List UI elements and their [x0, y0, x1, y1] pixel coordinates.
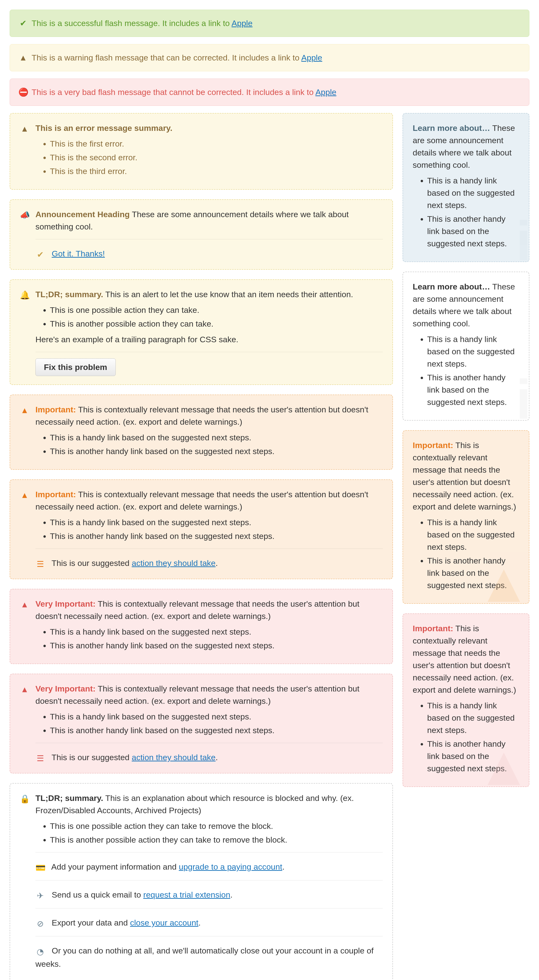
side-item: This is a handy link based on the sugges…: [427, 175, 519, 212]
error-item: This is the third error.: [50, 165, 383, 177]
alert-trailing: Here's an example of a trailing paragrap…: [35, 333, 383, 346]
email-pre: Send us a quick email to: [52, 890, 143, 899]
side-item: This is another handy link based on the …: [427, 213, 519, 250]
export-pre: Export your data and: [52, 918, 130, 927]
important-card-with-action: ▲ Important: This is contextually releva…: [10, 479, 393, 579]
very-important-label: Very Important:: [35, 684, 95, 693]
very-important-item: This is a handy link based on the sugges…: [50, 711, 383, 723]
flash-success: ✔ This is a successful flash message. It…: [10, 10, 529, 37]
side-important-label: Important:: [413, 441, 453, 450]
important-text: This is contextually relevant message th…: [35, 490, 368, 511]
important-item: This is another handy link based on the …: [50, 445, 383, 457]
side-item: This is a handy link based on the sugges…: [427, 333, 519, 370]
side-learn-more-grey: i Learn more about… These are some annou…: [402, 272, 529, 421]
warning-icon: ▲: [20, 404, 29, 417]
side-item: This is a handy link based on the sugges…: [427, 516, 519, 553]
error-summary-card: ▲ This is an error message summary. This…: [10, 113, 393, 190]
important-label: Important:: [35, 405, 76, 414]
card-icon: 💳: [35, 862, 45, 874]
flash-success-text: This is a successful flash message. It i…: [32, 19, 232, 28]
side-item: This is a handy link based on the sugges…: [427, 700, 519, 736]
very-important-item: This is another handy link based on the …: [50, 640, 383, 652]
alert-text: This is an alert to let the use know tha…: [105, 290, 353, 299]
speaker-icon: 📣: [20, 209, 29, 221]
flash-error: ⛔ This is a very bad flash message that …: [10, 79, 529, 106]
important-label: Important:: [35, 490, 76, 499]
alert-item: This is another possible action they can…: [50, 318, 383, 330]
side-important-label: Important:: [413, 624, 453, 633]
pay-pre: Add your payment information and: [51, 862, 179, 871]
flash-success-link[interactable]: Apple: [232, 19, 253, 28]
action-suffix: .: [216, 558, 218, 568]
locked-item: This is one possible action they can tak…: [50, 820, 383, 832]
important-item: This is a handy link based on the sugges…: [50, 516, 383, 528]
side-very-important: ▲ Important: This is contextually releva…: [402, 613, 529, 787]
alert-item: This is one possible action they can tak…: [50, 304, 383, 316]
error-summary: This is an error message summary.: [35, 123, 172, 132]
action-link[interactable]: action they should take: [132, 558, 216, 568]
nothing-text: Or you can do nothing at all, and we'll …: [35, 946, 374, 969]
announcement-card: 📣 Announcement Heading These are some an…: [10, 199, 393, 270]
warning-icon: ▲: [20, 489, 29, 501]
error-item: This is the first error.: [50, 138, 383, 150]
action-link[interactable]: action they should take: [132, 753, 216, 762]
side-item: This is another handy link based on the …: [427, 371, 519, 408]
clock-icon: ◔: [35, 945, 45, 958]
action-prefix: This is our suggested: [52, 558, 132, 568]
error-item: This is the second error.: [50, 151, 383, 164]
side-heading: Learn more about…: [413, 282, 490, 291]
flash-error-text: This is a very bad flash message that ca…: [32, 88, 315, 97]
flash-warning-text: This is a warning flash message that can…: [32, 53, 301, 62]
flash-warning: ▲ This is a warning flash message that c…: [10, 44, 529, 72]
close-account-link[interactable]: close your account: [130, 918, 199, 927]
flash-warning-link[interactable]: Apple: [301, 53, 322, 62]
warning-icon: ▲: [20, 598, 29, 611]
important-card: ▲ Important: This is contextually releva…: [10, 395, 393, 470]
plane-icon: ✈: [35, 889, 45, 902]
list-icon: ☰: [35, 558, 45, 570]
very-important-item: This is a handy link based on the sugges…: [50, 626, 383, 638]
side-important: ▲ Important: This is contextually releva…: [402, 430, 529, 604]
lock-icon: 🔒: [20, 793, 29, 805]
side-item: This is another handy link based on the …: [427, 738, 519, 775]
check-icon: ✔: [18, 17, 28, 29]
fix-problem-button[interactable]: Fix this problem: [35, 358, 116, 376]
side-heading: Learn more about…: [413, 123, 490, 132]
side-important-text: This is contextually relevant message th…: [413, 624, 516, 694]
important-item: This is a handy link based on the sugges…: [50, 431, 383, 444]
pay-post: .: [282, 862, 285, 871]
email-post: .: [230, 890, 232, 899]
action-suffix: .: [216, 753, 218, 762]
action-prefix: This is our suggested: [52, 753, 132, 762]
alert-summary: TL;DR; summary.: [35, 290, 103, 299]
export-post: .: [199, 918, 200, 927]
alert-card: 🔔 TL;DR; summary. This is an alert to le…: [10, 279, 393, 385]
list-icon: ☰: [35, 752, 45, 765]
trial-extension-link[interactable]: request a trial extension: [143, 890, 230, 899]
bell-icon: 🔔: [20, 289, 29, 301]
warning-icon: ▲: [18, 52, 28, 64]
stop-icon: ⛔: [18, 86, 28, 98]
locked-card: 🔒 TL;DR; summary. This is an explanation…: [10, 783, 393, 980]
upgrade-link[interactable]: upgrade to a paying account: [179, 862, 282, 871]
locked-item: This is another possible action they can…: [50, 834, 383, 846]
side-learn-more-blue: i Learn more about… These are some annou…: [402, 113, 529, 262]
very-important-card-with-action: ▲ Very Important: This is contextually r…: [10, 674, 393, 773]
ban-icon: ⊘: [35, 918, 45, 930]
flash-error-link[interactable]: Apple: [315, 88, 336, 97]
important-item: This is another handy link based on the …: [50, 530, 383, 542]
locked-summary: TL;DR; summary.: [35, 794, 103, 803]
important-text: This is contextually relevant message th…: [35, 405, 368, 426]
announcement-heading: Announcement Heading: [35, 210, 130, 219]
side-important-text: This is contextually relevant message th…: [413, 441, 516, 511]
check-icon: ✔: [35, 248, 45, 261]
warning-icon: ▲: [20, 683, 29, 695]
side-item: This is another handy link based on the …: [427, 555, 519, 592]
very-important-item: This is another handy link based on the …: [50, 724, 383, 737]
very-important-card: ▲ Very Important: This is contextually r…: [10, 589, 393, 664]
warning-icon: ▲: [20, 123, 29, 135]
very-important-label: Very Important:: [35, 599, 95, 608]
got-it-link[interactable]: Got it. Thanks!: [52, 249, 105, 258]
